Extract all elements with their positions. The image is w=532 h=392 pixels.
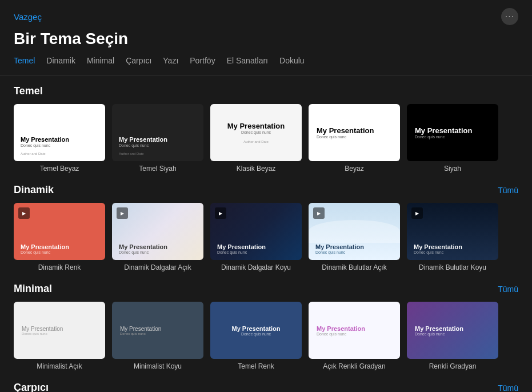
filter-tab-temel[interactable]: Temel bbox=[14, 55, 35, 66]
theme-subtitle: Donec quis nunc bbox=[317, 135, 392, 139]
theme-thumb-temel-beyaz: My Presentation Donec quis nunc Author a… bbox=[14, 104, 105, 161]
theme-label-minimal-acik: Minimalist Açık bbox=[37, 362, 82, 370]
theme-label-dalgalar-koyu: Dinamik Dalgalar Koyu bbox=[221, 263, 291, 271]
theme-dinamik-renk[interactable]: My Presentation Donec quis nunc Dinamik … bbox=[14, 203, 105, 271]
theme-thumb-beyaz: My Presentation Donec quis nunc bbox=[309, 104, 400, 161]
theme-minimal-koyu[interactable]: My Presentation Donec quis nunc Minimali… bbox=[112, 302, 203, 370]
theme-bulutlar-koyu[interactable]: My Presentation Donec quis nunc Dinamik … bbox=[407, 203, 498, 271]
play-icon bbox=[313, 207, 325, 219]
theme-title: My Presentation bbox=[227, 122, 285, 130]
temel-theme-grid: My Presentation Donec quis nunc Author a… bbox=[14, 104, 518, 173]
dinamik-theme-grid: My Presentation Donec quis nunc Dinamik … bbox=[14, 203, 518, 271]
theme-footer: Author and Date bbox=[119, 152, 197, 155]
theme-subtitle: Donec quis nunc bbox=[120, 332, 195, 335]
theme-dalgalar-acik[interactable]: My Presentation Donec quis nunc Dinamik … bbox=[112, 203, 203, 271]
theme-dalgalar-koyu[interactable]: My Presentation Donec quis nunc Dinamik … bbox=[210, 203, 302, 271]
theme-title: My Presentation bbox=[22, 326, 97, 332]
theme-subtitle: Donec quis nunc bbox=[317, 332, 392, 336]
filter-tab-carpici[interactable]: Çarpıcı bbox=[126, 55, 151, 66]
theme-label-klasik-beyaz: Klasik Beyaz bbox=[237, 165, 276, 173]
theme-thumb-dinamik-renk: My Presentation Donec quis nunc bbox=[14, 203, 105, 260]
theme-footer: Author and Date bbox=[21, 152, 98, 155]
theme-title: My Presentation bbox=[232, 325, 281, 332]
theme-renkli-gradyan[interactable]: My Presentation Donec quis nunc Renkli G… bbox=[407, 302, 498, 370]
carpici-section-title: Çarpıcı bbox=[14, 382, 49, 392]
minimal-all-button[interactable]: Tümü bbox=[498, 285, 518, 294]
dinamik-all-button[interactable]: Tümü bbox=[498, 186, 518, 195]
theme-title: My Presentation bbox=[315, 243, 393, 250]
theme-footer: Author and Date bbox=[243, 140, 269, 143]
dinamik-section: Dinamik Tümü My Presentation Donec quis … bbox=[14, 184, 518, 271]
more-options-button[interactable]: ··· bbox=[501, 8, 518, 25]
theme-label-acik-renkli: Açık Renkli Gradyan bbox=[323, 362, 385, 370]
theme-label-minimal-koyu: Minimalist Koyu bbox=[134, 362, 182, 370]
theme-subtitle: Donec quis nunc bbox=[414, 250, 491, 254]
theme-thumb-siyah: My Presentation Donec quis nunc bbox=[407, 104, 498, 161]
theme-temel-beyaz[interactable]: My Presentation Donec quis nunc Author a… bbox=[14, 104, 105, 173]
theme-title: My Presentation bbox=[414, 243, 491, 250]
theme-thumb-minimal-koyu: My Presentation Donec quis nunc bbox=[112, 302, 203, 359]
minimal-theme-grid: My Presentation Donec quis nunc Minimali… bbox=[14, 302, 518, 370]
theme-bulutlar-acik[interactable]: My Presentation Donec quis nunc Dinamik … bbox=[309, 203, 400, 271]
theme-beyaz[interactable]: My Presentation Donec quis nunc Beyaz bbox=[309, 104, 400, 173]
theme-thumb-acik-renkli: My Presentation Donec quis nunc bbox=[309, 302, 400, 359]
theme-label-dinamik-renk: Dinamik Renk bbox=[38, 263, 81, 271]
theme-thumb-minimal-acik: My Presentation Donec quis nunc bbox=[14, 302, 105, 359]
theme-subtitle: Donec quis nunc bbox=[241, 332, 271, 336]
theme-label-beyaz: Beyaz bbox=[345, 165, 363, 173]
theme-thumb-renkli-gradyan: My Presentation Donec quis nunc bbox=[407, 302, 498, 359]
filter-tab-yazi[interactable]: Yazı bbox=[163, 55, 178, 66]
theme-minimal-acik[interactable]: My Presentation Donec quis nunc Minimali… bbox=[14, 302, 105, 370]
minimal-section-header: Minimal Tümü bbox=[14, 283, 518, 295]
top-bar: Vazgeç ··· bbox=[0, 0, 532, 30]
theme-label-temel-renk: Temel Renk bbox=[238, 362, 274, 370]
theme-thumb-dalgalar-acik: My Presentation Donec quis nunc bbox=[112, 203, 203, 260]
theme-title: My Presentation bbox=[119, 243, 197, 250]
theme-subtitle: Donec quis nunc bbox=[119, 250, 197, 254]
theme-label-bulutlar-koyu: Dinamik Bulutlar Koyu bbox=[419, 263, 486, 271]
theme-siyah[interactable]: My Presentation Donec quis nunc Siyah bbox=[407, 104, 498, 173]
theme-title: My Presentation bbox=[317, 126, 392, 135]
temel-section: Temel My Presentation Donec quis nunc Au… bbox=[14, 85, 518, 173]
theme-thumb-bulutlar-acik: My Presentation Donec quis nunc bbox=[309, 203, 400, 260]
theme-title: My Presentation bbox=[415, 325, 490, 332]
dinamik-section-title: Dinamik bbox=[14, 184, 54, 196]
theme-label-temel-siyah: Temel Siyah bbox=[139, 165, 176, 173]
minimal-section: Minimal Tümü My Presentation Donec quis … bbox=[14, 283, 518, 370]
theme-subtitle: Donec quis nunc bbox=[22, 332, 97, 335]
theme-temel-siyah[interactable]: My Presentation Donec quis nunc Author a… bbox=[112, 104, 203, 173]
theme-title: My Presentation bbox=[120, 326, 195, 332]
play-icon bbox=[215, 207, 226, 219]
theme-klasik-beyaz[interactable]: My Presentation Donec quis nunc Author a… bbox=[210, 104, 302, 173]
dots-icon: ··· bbox=[505, 11, 514, 22]
filter-tab-minimal[interactable]: Minimal bbox=[87, 55, 114, 66]
play-icon bbox=[117, 207, 128, 219]
carpici-all-button[interactable]: Tümü bbox=[498, 383, 518, 393]
theme-subtitle: Donec quis nunc bbox=[21, 143, 98, 147]
theme-thumb-temel-siyah: My Presentation Donec quis nunc Author a… bbox=[112, 104, 203, 161]
theme-title: My Presentation bbox=[119, 136, 197, 143]
carpici-section: Çarpıcı Tümü MY PRESENTATION MY PRESENTA… bbox=[14, 382, 518, 392]
theme-label-dalgalar-acik: Dinamik Dalgalar Açık bbox=[124, 263, 191, 271]
theme-acik-renkli[interactable]: My Presentation Donec quis nunc Açık Ren… bbox=[309, 302, 400, 370]
temel-section-title: Temel bbox=[14, 85, 43, 97]
temel-section-header: Temel bbox=[14, 85, 518, 97]
theme-subtitle: Donec quis nunc bbox=[415, 135, 490, 139]
theme-subtitle: Donec quis nunc bbox=[315, 250, 393, 254]
theme-title: My Presentation bbox=[217, 243, 295, 250]
main-content: Temel My Presentation Donec quis nunc Au… bbox=[0, 85, 532, 392]
minimal-section-title: Minimal bbox=[14, 283, 52, 295]
theme-label-siyah: Siyah bbox=[444, 165, 461, 173]
cancel-button[interactable]: Vazgeç bbox=[14, 12, 42, 22]
filter-tab-portfolyo[interactable]: Portföy bbox=[190, 55, 215, 66]
filter-tab-dokulu[interactable]: Dokulu bbox=[279, 55, 305, 66]
filter-tab-dinamik[interactable]: Dinamik bbox=[46, 55, 75, 66]
dinamik-section-header: Dinamik Tümü bbox=[14, 184, 518, 196]
theme-subtitle: Donec quis nunc bbox=[119, 143, 197, 147]
theme-label-bulutlar-acik: Dinamik Bulutlar Açık bbox=[322, 263, 386, 271]
theme-thumb-klasik-beyaz: My Presentation Donec quis nunc Author a… bbox=[210, 104, 302, 161]
filter-tabs: Temel Dinamik Minimal Çarpıcı Yazı Portf… bbox=[0, 55, 532, 76]
theme-thumb-bulutlar-koyu: My Presentation Donec quis nunc bbox=[407, 203, 498, 260]
theme-temel-renk[interactable]: My Presentation Donec quis nunc Temel Re… bbox=[210, 302, 302, 370]
filter-tab-el-sanatlari[interactable]: El Sanatları bbox=[227, 55, 268, 66]
